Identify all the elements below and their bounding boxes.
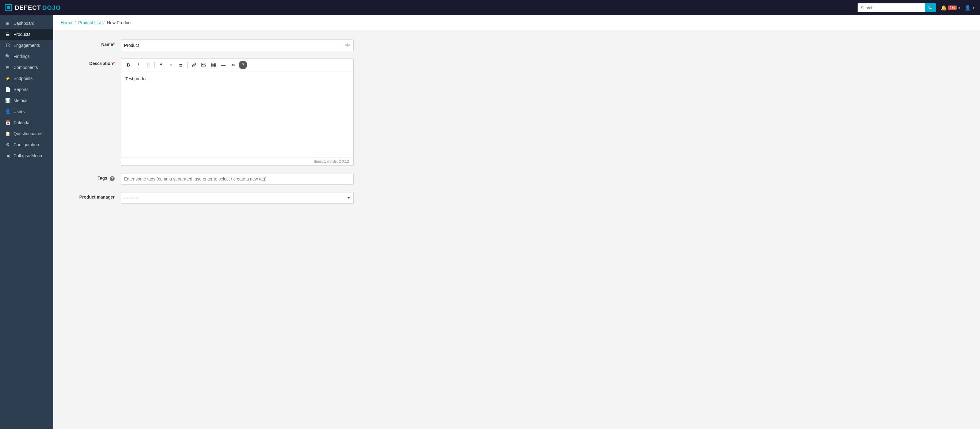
quote-button[interactable]: ❝ bbox=[157, 61, 165, 69]
sidebar-item-engagements[interactable]: ⛓ Engagements bbox=[0, 40, 53, 51]
breadcrumb-home[interactable]: Home bbox=[60, 20, 72, 25]
sidebar-item-questionnaires[interactable]: 📋 Questionnaires bbox=[0, 128, 53, 139]
sidebar-item-products[interactable]: ☰ Products bbox=[0, 29, 53, 40]
navbar-actions: 🔔 279 ▼ 👤 ▼ bbox=[941, 5, 975, 11]
sidebar-label-engagements: Engagements bbox=[13, 43, 40, 48]
sidebar-item-users[interactable]: 👤 Users bbox=[0, 106, 53, 117]
bell-icon: 🔔 bbox=[941, 5, 947, 11]
bold-button[interactable]: B bbox=[124, 61, 133, 69]
brand-box-icon bbox=[5, 4, 12, 11]
sidebar-item-dashboard[interactable]: ⊞ Dashboard bbox=[0, 18, 53, 29]
sidebar-item-configuration[interactable]: ⚙ Configuration bbox=[0, 139, 53, 150]
questionnaires-icon: 📋 bbox=[5, 131, 10, 136]
sidebar-label-reports: Reports bbox=[13, 87, 29, 92]
search-bar bbox=[858, 3, 936, 12]
dashboard-icon: ⊞ bbox=[5, 21, 10, 26]
sidebar-label-collapse: Collapse Menu bbox=[13, 153, 42, 158]
svg-line-1 bbox=[931, 8, 932, 10]
sidebar-label-endpoints: Endpoints bbox=[13, 76, 32, 81]
editor-toolbar: B I H ❝ ≡ ≣ bbox=[121, 59, 353, 72]
sidebar-item-metrics[interactable]: 📊 Metrics bbox=[0, 95, 53, 106]
users-icon: 👤 bbox=[5, 109, 10, 114]
toolbar-sep-2 bbox=[187, 62, 188, 68]
name-label: Name* bbox=[65, 40, 115, 47]
sidebar-item-calendar[interactable]: 📅 Calendar bbox=[0, 117, 53, 128]
tags-input[interactable] bbox=[121, 173, 354, 185]
calendar-icon: 📅 bbox=[5, 120, 10, 125]
sidebar-label-questionnaires: Questionnaires bbox=[13, 131, 42, 136]
collapse-icon: ◀ bbox=[5, 153, 10, 158]
sidebar-label-dashboard: Dashboard bbox=[13, 21, 35, 26]
table-button[interactable] bbox=[209, 61, 218, 69]
brand-name-dojo: DOJO bbox=[42, 4, 61, 11]
brand-name-defect: DEFECT bbox=[15, 4, 41, 11]
sidebar-label-users: Users bbox=[13, 109, 25, 114]
user-menu-button[interactable]: 👤 ▼ bbox=[965, 5, 975, 11]
svg-rect-4 bbox=[345, 45, 347, 47]
ordered-list-button[interactable]: ≣ bbox=[177, 61, 185, 69]
sidebar-item-components[interactable]: ⊟ Components bbox=[0, 62, 53, 73]
search-input[interactable] bbox=[858, 3, 925, 12]
notifications-button[interactable]: 🔔 279 ▼ bbox=[941, 5, 961, 11]
italic-button[interactable]: I bbox=[134, 61, 143, 69]
heading-button[interactable]: H bbox=[144, 61, 152, 69]
product-manager-field-row: Product manager ---------- bbox=[65, 192, 378, 204]
expand-icon[interactable] bbox=[345, 43, 350, 48]
description-label: Description* bbox=[65, 59, 115, 66]
breadcrumb-sep-1: / bbox=[75, 20, 76, 25]
sidebar-item-reports[interactable]: 📄 Reports bbox=[0, 84, 53, 95]
breadcrumb: Home / Product List / New Product bbox=[53, 15, 980, 30]
svg-rect-5 bbox=[348, 45, 350, 47]
notification-badge: 279 bbox=[948, 6, 957, 10]
breadcrumb-sep-2: / bbox=[103, 20, 105, 25]
product-manager-select[interactable]: ---------- bbox=[121, 192, 354, 204]
sidebar-label-configuration: Configuration bbox=[13, 142, 39, 147]
findings-icon: 🔍 bbox=[5, 54, 10, 59]
endpoints-icon: ⚡ bbox=[5, 76, 10, 81]
brand-logo[interactable]: DEFECT DOJO bbox=[5, 4, 61, 11]
metrics-icon: 📊 bbox=[5, 98, 10, 103]
toolbar-sep-1 bbox=[154, 62, 155, 68]
main-layout: ⊞ Dashboard ☰ Products ⛓ Engagements 🔍 F… bbox=[0, 15, 980, 429]
help-button[interactable]: ? bbox=[239, 61, 247, 69]
editor-stats: lines: 1 words: 2 0:12 bbox=[121, 157, 353, 165]
description-field-row: Description* B I H ❝ ≡ ≣ bbox=[65, 59, 378, 166]
sidebar-item-findings[interactable]: 🔍 Findings bbox=[0, 51, 53, 62]
configuration-icon: ⚙ bbox=[5, 142, 10, 147]
divider-button[interactable]: — bbox=[219, 61, 228, 69]
tags-label: Tags ? bbox=[65, 173, 115, 181]
svg-rect-2 bbox=[345, 43, 347, 45]
name-input-wrapper bbox=[121, 40, 354, 51]
breadcrumb-current: New Product bbox=[107, 20, 132, 25]
new-product-form: Name* bbox=[53, 30, 390, 220]
sidebar-label-components: Components bbox=[13, 65, 38, 70]
code-button[interactable]: <> bbox=[229, 61, 237, 69]
sidebar-label-metrics: Metrics bbox=[13, 98, 27, 103]
name-field-row: Name* bbox=[65, 40, 378, 51]
description-editor-body[interactable]: Test product bbox=[121, 72, 353, 157]
product-manager-label: Product manager bbox=[65, 192, 115, 200]
components-icon: ⊟ bbox=[5, 65, 10, 70]
tags-field-row: Tags ? bbox=[65, 173, 378, 185]
image-button[interactable] bbox=[199, 61, 208, 69]
sidebar-label-products: Products bbox=[13, 32, 30, 37]
search-button[interactable] bbox=[925, 3, 936, 12]
main-content: Home / Product List / New Product Name* bbox=[53, 15, 980, 429]
engagements-icon: ⛓ bbox=[5, 43, 10, 48]
name-input[interactable] bbox=[124, 43, 345, 48]
navbar: DEFECT DOJO 🔔 279 ▼ 👤 ▼ bbox=[0, 0, 980, 15]
sidebar-item-collapse[interactable]: ◀ Collapse Menu bbox=[0, 150, 53, 161]
sidebar-label-findings: Findings bbox=[13, 54, 30, 59]
sidebar-item-endpoints[interactable]: ⚡ Endpoints bbox=[0, 73, 53, 84]
breadcrumb-product-list[interactable]: Product List bbox=[78, 20, 101, 25]
link-button[interactable] bbox=[190, 61, 198, 69]
reports-icon: 📄 bbox=[5, 87, 10, 92]
svg-point-0 bbox=[929, 6, 931, 9]
svg-rect-8 bbox=[212, 63, 216, 67]
sidebar: ⊞ Dashboard ☰ Products ⛓ Engagements 🔍 F… bbox=[0, 15, 53, 429]
tags-help-icon[interactable]: ? bbox=[110, 176, 115, 181]
unordered-list-button[interactable]: ≡ bbox=[167, 61, 175, 69]
user-icon: 👤 bbox=[965, 5, 971, 11]
user-dropdown-icon: ▼ bbox=[972, 6, 975, 10]
sidebar-label-calendar: Calendar bbox=[13, 120, 31, 125]
